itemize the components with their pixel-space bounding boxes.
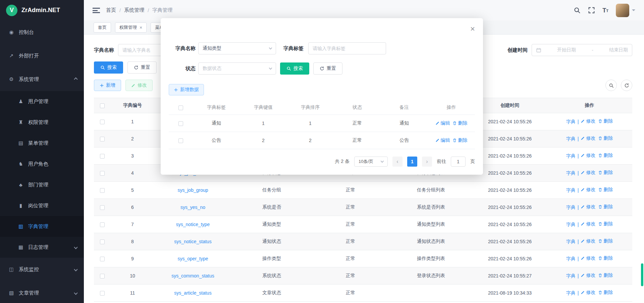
sidebar-item-roles[interactable]: 用户角色 <box>0 154 84 174</box>
close-tab-icon[interactable]: × <box>140 25 142 30</box>
user-menu[interactable] <box>616 4 635 17</box>
close-icon[interactable]: × <box>470 25 475 33</box>
edit-link[interactable]: 编辑 <box>435 137 450 143</box>
dict-name-select[interactable]: 通知类型 <box>198 42 276 54</box>
delete-link[interactable]: 删除 <box>598 187 613 193</box>
edit-link[interactable]: 修改 <box>581 135 595 141</box>
sidebar-item-logs[interactable]: 日志管理 <box>0 237 84 258</box>
delete-link[interactable]: 删除 <box>598 221 613 227</box>
delete-link[interactable]: 删除 <box>598 170 613 176</box>
dict-data-link[interactable]: 字典 <box>566 290 576 296</box>
dict-type-link[interactable]: sys_article_status <box>174 290 211 296</box>
row-checkbox[interactable] <box>100 171 105 176</box>
edit-link[interactable]: 修改 <box>581 170 595 176</box>
add-button[interactable]: 新增 <box>94 80 121 91</box>
delete-link[interactable]: 删除 <box>598 272 613 278</box>
sidebar-item-posts[interactable]: 岗位管理 <box>0 195 84 216</box>
dict-data-link[interactable]: 字典 <box>566 153 576 159</box>
edit-link[interactable]: 修改 <box>581 272 595 278</box>
delete-link[interactable]: 删除 <box>598 290 613 296</box>
edit-link[interactable]: 修改 <box>581 255 595 261</box>
dict-data-link[interactable]: 字典 <box>566 222 576 228</box>
dict-data-link[interactable]: 字典 <box>566 136 576 142</box>
tab-permissions[interactable]: 权限管理 × <box>115 23 147 33</box>
page-size-select[interactable]: 10条/页 <box>354 157 388 167</box>
edit-link[interactable]: 修改 <box>581 204 595 210</box>
sidebar-item-dictionary[interactable]: 字典管理 <box>0 216 84 237</box>
edit-link[interactable]: 修改 <box>581 238 595 244</box>
row-checkbox[interactable] <box>100 154 105 159</box>
modify-button[interactable]: 修改 <box>125 80 153 91</box>
prev-page-button[interactable]: ‹ <box>392 157 402 167</box>
dict-type-link[interactable]: sys_common_status <box>171 273 214 278</box>
sidebar-item-menus[interactable]: 菜单管理 <box>0 133 84 154</box>
dict-type-link[interactable]: sys_yes_no <box>180 205 205 210</box>
edit-link[interactable]: 修改 <box>581 118 595 124</box>
dict-type-link[interactable]: sys_notice_status <box>174 239 211 244</box>
row-checkbox[interactable] <box>100 240 105 244</box>
dict-type-link[interactable]: sys_notice_type <box>176 222 210 227</box>
current-page-button[interactable]: 1 <box>407 157 417 167</box>
dict-type-link[interactable]: sys_oper_type <box>177 256 208 261</box>
dict-data-link[interactable]: 字典 <box>566 256 576 262</box>
select-all-checkbox[interactable] <box>178 105 183 110</box>
dict-data-link[interactable]: 字典 <box>566 205 576 211</box>
delete-link[interactable]: 删除 <box>598 238 613 244</box>
sidebar-item-dashboard[interactable]: 控制台 <box>0 20 84 44</box>
sidebar-item-departments[interactable]: 部门管理 <box>0 174 84 195</box>
delete-link[interactable]: 删除 <box>598 118 613 124</box>
add-dict-data-button[interactable]: 新增数据 <box>169 84 204 95</box>
fullscreen-icon[interactable] <box>588 7 595 14</box>
hamburger-menu-icon[interactable] <box>93 8 100 13</box>
reset-button[interactable]: 重置 <box>127 61 157 74</box>
sidebar-item-external[interactable]: 外部打开 <box>0 44 84 68</box>
sidebar-item-users[interactable]: 用户管理 <box>0 91 84 112</box>
select-all-checkbox[interactable] <box>100 103 105 108</box>
delete-link[interactable]: 删除 <box>598 153 613 159</box>
row-checkbox[interactable] <box>100 222 105 227</box>
row-checkbox[interactable] <box>100 274 105 278</box>
delete-link[interactable]: 删除 <box>452 120 467 126</box>
edit-link[interactable]: 编辑 <box>435 120 450 126</box>
scrollbar-thumb[interactable] <box>641 263 643 286</box>
row-checkbox[interactable] <box>100 137 105 141</box>
row-checkbox[interactable] <box>100 257 105 261</box>
date-range-input[interactable]: 开始日期 - 结束日期 <box>532 44 632 56</box>
goto-page-input[interactable] <box>451 157 466 167</box>
breadcrumb-home[interactable]: 首页 <box>106 7 116 13</box>
dialog-search-button[interactable]: 搜索 <box>280 62 309 75</box>
dict-label-input[interactable] <box>313 46 382 51</box>
font-size-icon[interactable] <box>602 7 608 13</box>
search-button[interactable]: 搜索 <box>94 61 123 74</box>
status-select[interactable]: 数据状态 <box>198 62 276 75</box>
tab-home[interactable]: 首页 <box>94 23 111 33</box>
dict-data-link[interactable]: 字典 <box>566 187 576 193</box>
delete-link[interactable]: 删除 <box>598 135 613 141</box>
delete-link[interactable]: 删除 <box>452 137 467 143</box>
row-checkbox[interactable] <box>100 205 105 210</box>
dict-data-link[interactable]: 字典 <box>566 119 576 125</box>
sidebar-item-system[interactable]: 系统管理 <box>0 68 84 91</box>
row-checkbox[interactable] <box>100 120 105 124</box>
edit-link[interactable]: 修改 <box>581 221 595 227</box>
toggle-search-button[interactable] <box>605 80 617 91</box>
sidebar-item-monitor[interactable]: 系统监控 <box>0 258 84 281</box>
next-page-button[interactable]: › <box>422 157 432 167</box>
search-icon[interactable] <box>574 7 581 14</box>
row-checkbox[interactable] <box>100 291 105 296</box>
sidebar-item-articles[interactable]: 文章管理 <box>0 281 84 303</box>
row-checkbox[interactable] <box>178 121 183 126</box>
breadcrumb-system[interactable]: 系统管理 <box>124 7 144 13</box>
delete-link[interactable]: 删除 <box>598 255 613 261</box>
dict-data-link[interactable]: 字典 <box>566 273 576 279</box>
edit-link[interactable]: 修改 <box>581 187 595 193</box>
row-checkbox[interactable] <box>100 188 105 193</box>
row-checkbox[interactable] <box>178 138 183 143</box>
delete-link[interactable]: 删除 <box>598 204 613 210</box>
dialog-reset-button[interactable]: 重置 <box>313 62 342 75</box>
sidebar-item-permissions[interactable]: 权限管理 <box>0 112 84 133</box>
edit-link[interactable]: 修改 <box>581 153 595 159</box>
dict-data-link[interactable]: 字典 <box>566 170 576 176</box>
refresh-table-button[interactable] <box>621 80 632 91</box>
dict-data-link[interactable]: 字典 <box>566 239 576 245</box>
